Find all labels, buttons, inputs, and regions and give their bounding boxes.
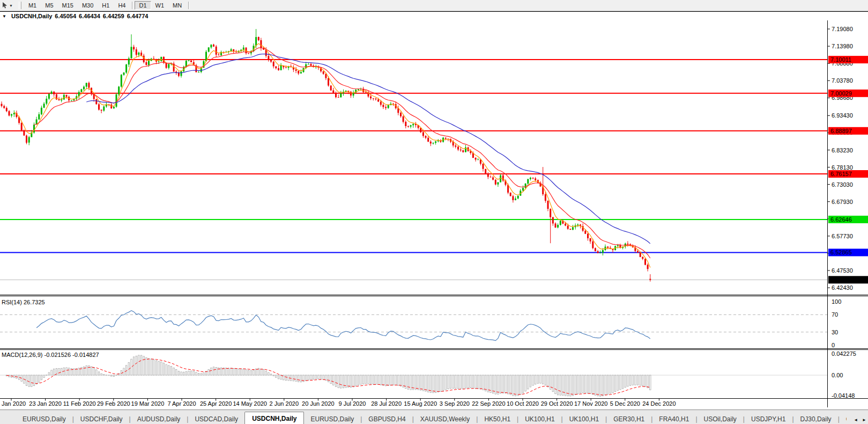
symbol-tab-usdcad-daily[interactable]: USDCAD,Daily — [188, 413, 244, 424]
price-tick-label: 6.73030 — [832, 181, 853, 188]
macd-label: MACD(12,26,9) -0.021526 -0.014827 — [2, 352, 99, 358]
timeframe-toolbar: ▼ M1M5M15M30H1H4D1W1MN — [0, 0, 868, 11]
macd-axis-zero-label: 0.00 — [832, 372, 843, 378]
date-tick-label: 23 Jan 2020 — [29, 400, 62, 407]
date-tick-label: 9 Jul 2020 — [339, 400, 366, 407]
rsi-axis-label: 30 — [832, 329, 838, 335]
date-tick-label: 17 Nov 2020 — [574, 400, 607, 407]
symbol-tab-fra40-h1[interactable]: FRA40,H1 — [652, 413, 695, 424]
price-tick-label: 6.83230 — [832, 147, 853, 153]
macd-panel: MACD(12,26,9) -0.021526 -0.0148270.04227… — [0, 350, 856, 399]
macd-axis-top-label: 0.042275 — [832, 350, 856, 357]
chart-header: ▼ USDCNH,Daily 6.45054 6.46434 6.44259 6… — [0, 12, 868, 20]
level-price-label: 6.44774 — [830, 276, 852, 283]
ma-slow-line — [86, 54, 650, 244]
symbol-tab-uk100-h1[interactable]: UK100,H1 — [518, 413, 561, 424]
rsi-panel: RSI(14) 26.732510070300 — [0, 298, 841, 348]
macd-axis-bottom-label: -0.04148 — [832, 392, 855, 399]
date-tick-label: 11 Feb 2020 — [63, 400, 96, 407]
symbol-tab-usdchf-daily[interactable]: USDCHF,Daily — [74, 413, 129, 424]
rsi-line — [36, 311, 650, 341]
timeframe-button-h4[interactable]: H4 — [114, 1, 130, 10]
price-tick-label: 7.03780 — [832, 77, 853, 84]
symbol-tab-xauusd-weekly[interactable]: XAUUSD,Weekly — [414, 413, 476, 424]
toolbar-grip[interactable] — [19, 2, 21, 9]
toolbar-dropdown-caret-icon[interactable]: ▼ — [9, 4, 13, 8]
price-tick-label: 7.19080 — [832, 26, 853, 32]
price-tick-label: 6.42430 — [832, 284, 853, 291]
chart-close-value: 6.44774 — [127, 13, 149, 19]
price-tick-label: 6.67930 — [832, 199, 853, 205]
candlesticks — [1, 29, 651, 282]
level-price-label: 6.52865 — [830, 249, 852, 255]
date-tick-label: 14 May 2020 — [233, 400, 267, 407]
date-tick-label: 29 Feb 2020 — [97, 400, 130, 407]
chart-high-value: 6.46434 — [79, 13, 100, 19]
timeframe-button-mn[interactable]: MN — [168, 1, 186, 10]
timeframe-button-h1[interactable]: H1 — [98, 1, 114, 10]
date-tick-label: 2 Jun 2020 — [270, 400, 299, 407]
symbol-tab-audusd-daily[interactable]: AUDUSD,Daily — [131, 413, 187, 424]
timeframe-button-d1[interactable]: D1 — [135, 1, 151, 10]
date-tick-label: 15 Aug 2020 — [404, 400, 437, 407]
trading-platform-window: ▼ M1M5M15M30H1H4D1W1MN ▼ USDCNH,Daily 6.… — [0, 0, 868, 424]
level-price-label: 7.10011 — [830, 56, 851, 63]
rsi-axis-label: 100 — [832, 298, 841, 305]
cursor-tool-icon[interactable] — [2, 2, 8, 9]
symbol-tab-china300-h1[interactable]: CHINA300,H1 — [840, 413, 847, 424]
symbol-tab-usdjpy-h1[interactable]: USDJPY,H1 — [745, 413, 792, 424]
rsi-axis-label: 70 — [832, 311, 838, 318]
ma-fast-line — [14, 43, 650, 267]
date-tick-label: 22 Sep 2020 — [472, 400, 505, 407]
chart-canvas[interactable]: 7.190807.139807.088807.037806.986806.934… — [0, 20, 868, 407]
timeframe-button-w1[interactable]: W1 — [151, 1, 169, 10]
chart-low-value: 6.44259 — [103, 13, 124, 19]
symbol-tab-gbpusd-h4[interactable]: GBPUSD,H4 — [362, 413, 412, 424]
level-price-label: 6.88897 — [830, 128, 852, 134]
symbol-tab-usoil-daily[interactable]: USOil,Daily — [698, 413, 743, 424]
price-tick-label: 6.78130 — [832, 164, 853, 171]
symbol-tab-hk50-h1[interactable]: HK50,H1 — [478, 413, 517, 424]
date-tick-label: 7 Apr 2020 — [167, 400, 196, 407]
toolbar-separator — [132, 2, 132, 9]
rsi-label: RSI(14) 26.7325 — [2, 299, 45, 305]
timeframe-button-m15[interactable]: M15 — [58, 1, 78, 10]
date-tick-label: 4 Jan 2020 — [0, 400, 26, 407]
date-tick-label: 5 Dec 2020 — [610, 400, 640, 407]
symbol-tab-eurusd-daily[interactable]: EURUSD,Daily — [16, 413, 72, 424]
tabs-scroll-right-icon[interactable]: ► — [862, 418, 866, 422]
chart-menu-triangle-icon[interactable]: ▼ — [2, 14, 6, 19]
symbol-tab-dj30-daily[interactable]: DJ30,Daily — [794, 413, 838, 424]
timeframe-button-m1[interactable]: M1 — [24, 1, 41, 10]
symbol-tab-uk100-h1[interactable]: UK100,H1 — [563, 413, 605, 424]
symbol-tab-eurusd-daily[interactable]: EURUSD,Daily — [304, 413, 360, 424]
timeframe-button-m5[interactable]: M5 — [41, 1, 57, 10]
tabs-scroll-left-icon[interactable]: ◄ — [854, 418, 858, 422]
level-price-label: 7.00029 — [830, 90, 852, 97]
price-tick-label: 6.93430 — [832, 112, 853, 119]
price-tick-label: 6.57730 — [832, 233, 853, 239]
date-tick-label: 3 Sep 2020 — [440, 400, 470, 407]
date-tick-label: 10 Oct 2020 — [507, 400, 539, 407]
price-tick-label: 6.47530 — [832, 267, 853, 274]
level-price-label: 6.76157 — [830, 171, 852, 177]
symbol-tab-usdcnh-daily[interactable]: USDCNH,Daily — [244, 412, 304, 424]
price-axis[interactable]: 7.190807.139807.088807.037806.986806.934… — [828, 20, 868, 407]
date-tick-label: 19 Mar 2020 — [131, 400, 165, 407]
date-tick-label: 29 Oct 2020 — [541, 400, 573, 407]
horizontal-level-lines[interactable] — [0, 60, 827, 252]
toolbar-separator — [188, 2, 189, 9]
rsi-axis-label: 0 — [832, 342, 835, 348]
chart-open-value: 6.45054 — [55, 13, 76, 19]
level-price-label: 6.62646 — [830, 216, 852, 223]
date-tick-label: 20 Jun 2020 — [302, 400, 335, 407]
symbol-tab-ger30-h1[interactable]: GER30,H1 — [607, 413, 651, 424]
date-tick-label: 24 Dec 2020 — [642, 400, 676, 407]
date-tick-label: 28 Jul 2020 — [371, 400, 402, 407]
price-tick-label: 7.13980 — [832, 43, 853, 49]
chart-symbol-label: USDCNH,Daily — [11, 13, 52, 19]
date-tick-label: 25 Apr 2020 — [200, 400, 232, 407]
symbol-tabs-bar: EURUSD,Daily|USDCHF,Daily|AUDUSD,Daily|U… — [0, 410, 868, 424]
date-axis[interactable]: 4 Jan 202023 Jan 202011 Feb 202029 Feb 2… — [0, 399, 676, 407]
timeframe-button-m30[interactable]: M30 — [78, 1, 98, 10]
